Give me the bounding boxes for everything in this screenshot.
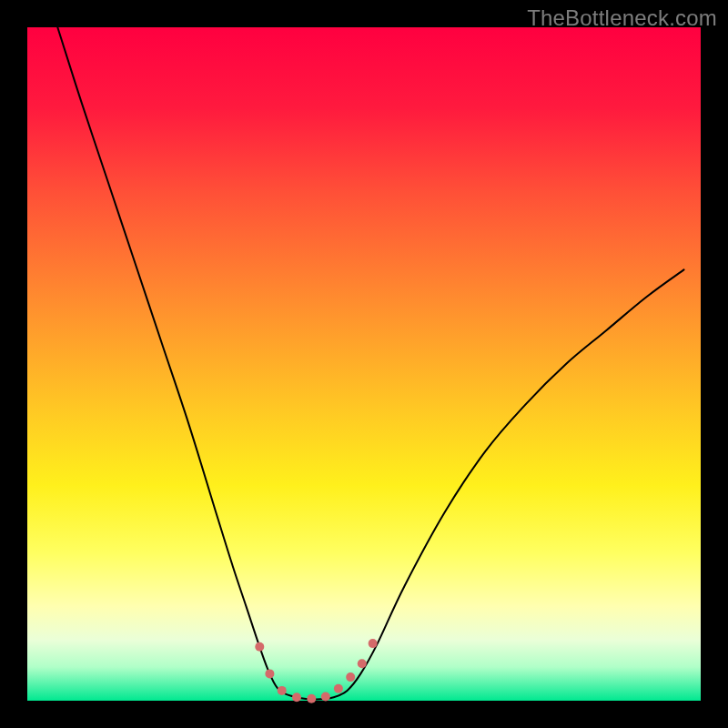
watermark-text: TheBottleneck.com [527,5,717,31]
valley-marker [369,639,378,648]
plot-background [27,27,701,701]
valley-marker [292,693,301,702]
chart-container: TheBottleneck.com [0,0,728,728]
valley-marker [358,659,367,668]
valley-marker [307,694,316,703]
bottleneck-chart [0,0,728,728]
valley-marker [265,669,274,678]
valley-marker [346,672,355,682]
valley-marker [321,693,330,702]
valley-marker [278,686,287,695]
valley-marker [255,642,264,652]
valley-marker [334,684,343,693]
